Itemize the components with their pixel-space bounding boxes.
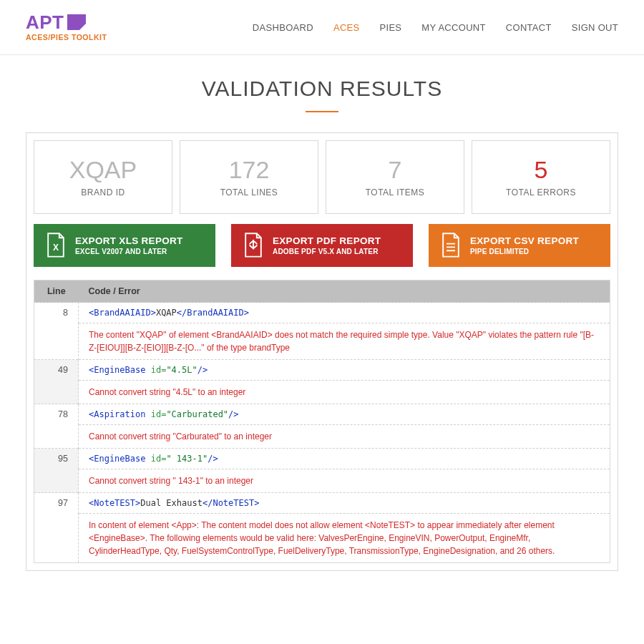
- error-cell: Cannot convert string "4.5L" to an integ…: [79, 381, 610, 404]
- export-xls-button[interactable]: X EXPORT XLS REPORT EXCEL V2007 AND LATE…: [34, 224, 215, 267]
- stat-value: XQAP: [40, 157, 166, 183]
- table-row: Cannot convert string "4.5L" to an integ…: [34, 381, 610, 404]
- export-csv-button[interactable]: EXPORT CSV REPORT PIPE DELIMITED: [429, 224, 610, 267]
- code-cell: <Aspiration id="Carburated"/>: [79, 404, 610, 425]
- line-number: 78: [34, 404, 79, 449]
- stat-total-lines: 172 TOTAL LINES: [180, 140, 318, 214]
- table-row: Cannot convert string "Carburated" to an…: [34, 425, 610, 449]
- stat-total-items: 7 TOTAL ITEMS: [326, 140, 464, 214]
- table-row: 97<NoteTEST>Dual Exhaust</NoteTEST>: [34, 493, 610, 514]
- error-cell: The content "XQAP" of element <BrandAAIA…: [79, 323, 610, 360]
- table-row: In content of element <App>: The content…: [34, 514, 610, 563]
- col-line: Line: [34, 280, 79, 303]
- error-cell: In content of element <App>: The content…: [79, 514, 610, 563]
- stat-brand-id: XQAP BRAND ID: [34, 140, 172, 214]
- header: APT ACES/PIES TOOLKIT DASHBOARD ACES PIE…: [0, 0, 644, 55]
- error-message: The content "XQAP" of element <BrandAAIA…: [89, 328, 600, 354]
- error-cell: Cannot convert string " 143-1" to an int…: [79, 469, 610, 493]
- errors-table: Line Code / Error 8<BrandAAIAID>XQAP</Br…: [34, 280, 610, 563]
- file-xls-icon: X: [45, 233, 67, 258]
- table-row: 8<BrandAAIAID>XQAP</BrandAAIAID>: [34, 303, 610, 323]
- export-sub: EXCEL V2007 AND LATER: [75, 248, 183, 255]
- stat-value: 172: [186, 157, 312, 183]
- nav-aces[interactable]: ACES: [333, 22, 360, 33]
- stat-label: TOTAL ERRORS: [478, 187, 604, 197]
- nav-contact[interactable]: CONTACT: [506, 22, 552, 33]
- code-cell: <NoteTEST>Dual Exhaust</NoteTEST>: [79, 493, 610, 514]
- code-cell: <EngineBase id=" 143-1"/>: [79, 449, 610, 469]
- logo-subtitle: ACES/PIES TOOLKIT: [26, 33, 107, 42]
- file-csv-icon: [440, 233, 462, 258]
- stat-total-errors: 5 TOTAL ERRORS: [472, 140, 610, 214]
- table-row: 78<Aspiration id="Carburated"/>: [34, 404, 610, 425]
- logo-text: APT: [26, 13, 64, 31]
- export-pdf-button[interactable]: EXPORT PDF REPORT ADOBE PDF V5.X AND LAT…: [231, 224, 413, 267]
- export-title: EXPORT CSV REPORT: [470, 235, 579, 246]
- export-sub: PIPE DELIMITED: [470, 248, 579, 255]
- svg-text:X: X: [53, 243, 59, 253]
- export-title: EXPORT XLS REPORT: [75, 235, 183, 246]
- stat-value: 7: [332, 157, 458, 183]
- nav-sign-out[interactable]: SIGN OUT: [572, 22, 618, 33]
- page: VALIDATION RESULTS XQAP BRAND ID 172 TOT…: [0, 55, 644, 592]
- stats-row: XQAP BRAND ID 172 TOTAL LINES 7 TOTAL IT…: [34, 140, 610, 214]
- table-row: Cannot convert string " 143-1" to an int…: [34, 469, 610, 493]
- stat-label: BRAND ID: [40, 187, 166, 197]
- error-message: Cannot convert string "Carburated" to an…: [89, 430, 600, 443]
- results-panel: XQAP BRAND ID 172 TOTAL LINES 7 TOTAL IT…: [26, 132, 618, 571]
- nav-dashboard[interactable]: DASHBOARD: [253, 22, 313, 33]
- error-message: Cannot convert string "4.5L" to an integ…: [89, 386, 600, 399]
- line-number: 49: [34, 360, 79, 404]
- nav-pies[interactable]: PIES: [380, 22, 402, 33]
- error-message: In content of element <App>: The content…: [89, 519, 600, 557]
- table-row: 49<EngineBase id="4.5L"/>: [34, 360, 610, 381]
- export-sub: ADOBE PDF V5.X AND LATER: [273, 248, 381, 255]
- logo[interactable]: APT ACES/PIES TOOLKIT: [26, 13, 107, 42]
- line-number: 95: [34, 449, 79, 493]
- main-nav: DASHBOARD ACES PIES MY ACCOUNT CONTACT S…: [253, 22, 618, 33]
- stat-label: TOTAL ITEMS: [332, 187, 458, 197]
- error-cell: Cannot convert string "Carburated" to an…: [79, 425, 610, 449]
- page-title: VALIDATION RESULTS: [26, 77, 618, 101]
- export-title: EXPORT PDF REPORT: [273, 235, 381, 246]
- code-cell: <EngineBase id="4.5L"/>: [79, 360, 610, 381]
- stat-label: TOTAL LINES: [186, 187, 312, 197]
- error-message: Cannot convert string " 143-1" to an int…: [89, 474, 600, 487]
- file-pdf-icon: [243, 233, 264, 258]
- table-row: 95<EngineBase id=" 143-1"/>: [34, 449, 610, 469]
- title-underline: [306, 111, 338, 112]
- stat-value: 5: [478, 157, 604, 183]
- col-error: Code / Error: [79, 280, 610, 303]
- table-row: The content "XQAP" of element <BrandAAIA…: [34, 323, 610, 360]
- export-row: X EXPORT XLS REPORT EXCEL V2007 AND LATE…: [34, 224, 610, 267]
- line-number: 97: [34, 493, 79, 563]
- nav-my-account[interactable]: MY ACCOUNT: [421, 22, 485, 33]
- code-cell: <BrandAAIAID>XQAP</BrandAAIAID>: [79, 303, 610, 323]
- line-number: 8: [34, 303, 79, 360]
- logo-mark-icon: [67, 14, 86, 30]
